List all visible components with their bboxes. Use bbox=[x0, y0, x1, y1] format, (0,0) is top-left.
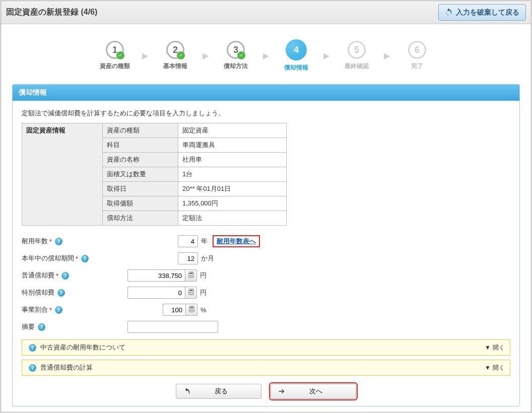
check-icon bbox=[177, 51, 185, 59]
step-2: 2基本情報 bbox=[155, 41, 195, 71]
help-icon[interactable]: ? bbox=[55, 306, 62, 314]
step-label: 償却情報 bbox=[284, 63, 308, 72]
special-dep-input[interactable] bbox=[127, 287, 185, 299]
calculator-icon bbox=[188, 271, 194, 280]
info-row-value: 車両運搬具 bbox=[178, 138, 287, 153]
svg-point-11 bbox=[190, 292, 191, 293]
svg-point-6 bbox=[190, 276, 191, 277]
undo-icon bbox=[445, 8, 453, 17]
arrow-right-icon bbox=[274, 387, 289, 395]
page-title: 固定資産の新規登録 (4/6) bbox=[6, 7, 97, 18]
row-summary: 摘要 ? bbox=[22, 318, 510, 335]
svg-point-4 bbox=[192, 275, 193, 276]
help-icon[interactable]: ? bbox=[61, 272, 69, 280]
accordion-used-asset[interactable]: ? 中古資産の耐用年数について ▼開く bbox=[22, 339, 510, 356]
undo-icon bbox=[179, 387, 194, 395]
biz-ratio-input[interactable] bbox=[163, 304, 186, 316]
label-ordinary-dep: 普通償却費 bbox=[22, 271, 54, 280]
label-special-dep: 特別償却費 bbox=[22, 288, 54, 297]
ordinary-dep-input[interactable] bbox=[127, 269, 185, 282]
info-row-label: 資産の種類 bbox=[103, 123, 178, 138]
info-row-label: 面積又は数量 bbox=[103, 167, 178, 182]
help-icon[interactable]: ? bbox=[81, 255, 89, 262]
svg-point-7 bbox=[192, 276, 193, 277]
step-circle: 6 bbox=[408, 41, 426, 59]
info-row-label: 科目 bbox=[103, 138, 178, 153]
special-dep-suffix: 円 bbox=[200, 288, 207, 297]
info-row-label: 償却方法 bbox=[103, 211, 178, 226]
required-mark: * bbox=[56, 272, 58, 280]
chevron-right-icon: ▶ bbox=[142, 51, 148, 60]
step-1: 1資産の種類 bbox=[95, 41, 135, 71]
svg-point-2 bbox=[189, 275, 190, 276]
help-icon: ? bbox=[29, 344, 36, 352]
step-circle: 4 bbox=[286, 39, 307, 60]
intro-text: 定額法で減価償却費を計算するために必要な項目を入力しましょう。 bbox=[22, 109, 510, 118]
step-4: 4償却情報 bbox=[276, 39, 316, 72]
useful-life-input[interactable] bbox=[178, 235, 198, 247]
svg-point-19 bbox=[191, 309, 192, 310]
info-table: 固定資産情報資産の種類固定資産科目車両運搬具資産の名称社用車面積又は数量1台取得… bbox=[22, 123, 287, 226]
calculator-button[interactable] bbox=[185, 269, 197, 282]
help-icon[interactable]: ? bbox=[55, 238, 62, 245]
accordion-toggle-label: 開く bbox=[493, 343, 505, 352]
back-button[interactable]: 戻る bbox=[176, 384, 261, 399]
help-icon: ? bbox=[29, 364, 36, 372]
info-group-header: 固定資産情報 bbox=[22, 123, 103, 226]
check-icon bbox=[116, 51, 124, 59]
useful-life-link[interactable]: 耐用年数表へ bbox=[217, 237, 256, 245]
accordion-ordinary-calc[interactable]: ? 普通償却費の計算 ▼開く bbox=[22, 360, 510, 376]
next-label: 次へ bbox=[289, 387, 353, 396]
label-dep-period: 本年中の償却期間 bbox=[22, 254, 74, 263]
svg-point-5 bbox=[189, 276, 190, 277]
accordion-title: 普通償却費の計算 bbox=[40, 363, 93, 372]
label-summary: 摘要 bbox=[22, 322, 35, 331]
summary-input[interactable] bbox=[127, 321, 218, 333]
required-mark: * bbox=[49, 306, 52, 314]
next-button[interactable]: 次へ bbox=[271, 384, 356, 399]
chevron-right-icon: ▶ bbox=[323, 51, 329, 60]
useful-life-link-frame: 耐用年数表へ bbox=[213, 235, 260, 247]
accordion-title: 中古資産の耐用年数について bbox=[40, 343, 125, 352]
discard-button[interactable]: 入力を破棄して戻る bbox=[438, 4, 526, 21]
calculator-icon bbox=[188, 289, 194, 297]
info-row-value: 1,355,000円 bbox=[178, 196, 287, 211]
svg-point-22 bbox=[191, 310, 192, 311]
svg-point-10 bbox=[189, 292, 190, 293]
calculator-button[interactable] bbox=[185, 304, 197, 316]
useful-life-suffix: 年 bbox=[201, 237, 208, 246]
svg-point-15 bbox=[192, 293, 193, 294]
discard-label: 入力を破棄して戻る bbox=[456, 8, 519, 17]
info-row-value: 社用車 bbox=[178, 153, 287, 167]
stepper: 1資産の種類▶2基本情報▶3償却方法▶4償却情報▶5最終確認▶6完了 bbox=[1, 24, 531, 84]
calculator-button[interactable] bbox=[185, 287, 197, 299]
dep-period-suffix: か月 bbox=[201, 254, 214, 263]
info-row-value: 定額法 bbox=[178, 211, 287, 226]
required-mark: * bbox=[49, 238, 52, 245]
info-row-value: 1台 bbox=[178, 167, 287, 182]
chevron-right-icon: ▶ bbox=[263, 51, 269, 60]
step-circle: 1 bbox=[106, 41, 124, 59]
label-useful-life: 耐用年数 bbox=[22, 237, 48, 246]
step-label: 資産の種類 bbox=[100, 62, 130, 71]
required-mark: * bbox=[76, 255, 78, 262]
topbar: 固定資産の新規登録 (4/6) 入力を破棄して戻る bbox=[1, 1, 531, 24]
dep-period-input[interactable] bbox=[178, 252, 198, 264]
accordion-toggle-label: 開く bbox=[493, 364, 505, 372]
calculator-icon bbox=[188, 306, 195, 314]
chevron-down-icon: ▼ bbox=[485, 364, 491, 371]
step-6: 6完了 bbox=[397, 41, 437, 71]
svg-rect-17 bbox=[190, 307, 193, 308]
help-icon[interactable]: ? bbox=[38, 323, 45, 331]
row-special-dep: 特別償却費 ? 円 bbox=[22, 284, 510, 301]
svg-point-18 bbox=[190, 309, 191, 310]
step-label: 償却方法 bbox=[224, 62, 248, 71]
info-row-label: 資産の名称 bbox=[103, 153, 178, 167]
step-5: 5最終確認 bbox=[337, 41, 377, 71]
svg-point-21 bbox=[190, 310, 191, 311]
info-row-value: 固定資産 bbox=[178, 123, 287, 138]
chevron-right-icon: ▶ bbox=[384, 51, 390, 60]
step-3: 3償却方法 bbox=[216, 41, 256, 71]
svg-point-3 bbox=[190, 275, 191, 276]
help-icon[interactable]: ? bbox=[57, 289, 65, 297]
